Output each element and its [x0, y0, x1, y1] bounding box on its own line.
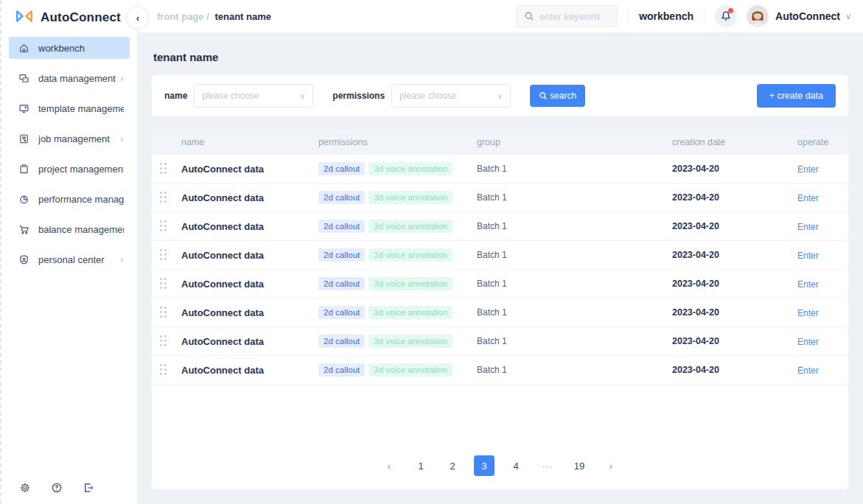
- sidebar-item-label: job management: [38, 133, 117, 144]
- logout-icon[interactable]: [83, 482, 94, 494]
- pagination-page-3[interactable]: 3: [474, 455, 495, 476]
- sidebar-item-balance-management[interactable]: balance management: [9, 218, 130, 240]
- row-group: Batch 1: [477, 221, 672, 231]
- enter-link[interactable]: Enter: [797, 337, 819, 347]
- topbar: ‹ front page / tenant name workbench: [138, 0, 863, 33]
- chevron-down-icon: ∨: [497, 91, 503, 101]
- pagination-prev-button[interactable]: ‹: [379, 455, 399, 476]
- sidebar-item-label: workbench: [38, 43, 124, 54]
- notification-bell-button[interactable]: [715, 5, 737, 27]
- enter-link[interactable]: Enter: [797, 308, 819, 318]
- divider: [704, 9, 705, 24]
- global-search-input[interactable]: [539, 11, 609, 22]
- enter-link[interactable]: Enter: [797, 279, 819, 290]
- name-filter-select[interactable]: please choose ∨: [194, 84, 313, 108]
- row-permissions: 2d callout3d voice annotation: [318, 363, 477, 377]
- workspace-label[interactable]: workbench: [639, 10, 693, 22]
- breadcrumb-parent[interactable]: front page: [157, 11, 204, 22]
- permission-tag-3d-voice-annotation: 3d voice annotation: [368, 277, 453, 290]
- enter-link[interactable]: Enter: [797, 251, 819, 261]
- pagination-page-2[interactable]: 2: [442, 455, 463, 476]
- enter-link[interactable]: Enter: [797, 222, 819, 232]
- sidebar-item-template-management[interactable]: template management: [9, 97, 130, 119]
- drag-handle-icon[interactable]: [152, 335, 181, 347]
- sidebar-item-data-management[interactable]: data management›: [9, 67, 130, 89]
- drag-handle-icon[interactable]: [152, 307, 181, 318]
- drag-handle-icon[interactable]: [152, 249, 181, 261]
- chevron-right-icon: ›: [120, 254, 124, 265]
- sidebar: AutoConnect workbenchdata management›tem…: [1, 0, 138, 504]
- permission-tag-3d-voice-annotation: 3d voice annotation: [368, 248, 453, 262]
- drag-handle-icon[interactable]: [152, 163, 181, 175]
- row-operate: Enter: [797, 191, 848, 204]
- row-permissions: 2d callout3d voice annotation: [318, 162, 477, 175]
- permission-tag-2d-callout: 2d callout: [318, 162, 365, 175]
- permissions-filter-placeholder: please choose: [399, 91, 497, 101]
- user-avatar[interactable]: [747, 5, 769, 27]
- sidebar-item-job-management[interactable]: job management›: [9, 127, 130, 150]
- template-icon: [18, 102, 29, 114]
- row-permissions: 2d callout3d voice annotation: [318, 248, 477, 262]
- sidebar-item-project-management[interactable]: project management: [9, 158, 130, 180]
- row-creation-date: 2023-04-20: [672, 250, 797, 260]
- permission-tag-2d-callout: 2d callout: [318, 248, 365, 262]
- row-operate: Enter: [797, 220, 848, 233]
- drag-handle-icon[interactable]: [152, 220, 181, 232]
- pagination-next-button[interactable]: ›: [601, 455, 621, 476]
- permission-tag-2d-callout: 2d callout: [318, 335, 365, 348]
- app-window: AutoConnect workbenchdata management›tem…: [0, 0, 863, 504]
- logo-row: AutoConnect: [9, 0, 130, 34]
- row-name: AutoConnect data: [181, 164, 318, 175]
- column-header-name: name: [181, 137, 318, 147]
- pagination-page-19[interactable]: 19: [569, 455, 590, 476]
- sidebar-nav: workbenchdata management›template manage…: [9, 37, 130, 270]
- breadcrumb: front page / tenant name: [157, 11, 271, 22]
- drag-handle-icon[interactable]: [152, 192, 181, 203]
- sidebar-footer: [19, 482, 94, 494]
- table-row: AutoConnect data2d callout3d voice annot…: [152, 212, 848, 241]
- topbar-right: workbench: [516, 5, 851, 27]
- name-filter-label: name: [164, 91, 187, 101]
- table-row: AutoConnect data2d callout3d voice annot…: [152, 356, 848, 385]
- pagination-ellipsis: ···: [537, 455, 558, 476]
- sidebar-item-personal-center[interactable]: personal center›: [9, 248, 130, 270]
- sidebar-item-workbench[interactable]: workbench: [9, 37, 130, 59]
- enter-link[interactable]: Enter: [797, 365, 819, 376]
- pagination-page-4[interactable]: 4: [506, 455, 526, 476]
- pagination: ‹1234···19›: [379, 455, 621, 476]
- drag-handle-icon[interactable]: [152, 278, 181, 290]
- pagination-page-1[interactable]: 1: [410, 455, 431, 476]
- job-icon: [18, 133, 29, 144]
- table-body: AutoConnect data2d callout3d voice annot…: [152, 155, 848, 385]
- enter-link[interactable]: Enter: [797, 193, 819, 203]
- column-header-group: group: [477, 137, 672, 147]
- enter-link[interactable]: Enter: [797, 164, 819, 175]
- table-header-row: name permissions group creation date ope…: [152, 130, 848, 155]
- user-name[interactable]: AutoConnect: [775, 10, 840, 22]
- column-header-creation-date: creation date: [672, 137, 797, 147]
- global-search-box[interactable]: [516, 5, 618, 27]
- row-name: AutoConnect data: [181, 365, 318, 376]
- table-row: AutoConnect data2d callout3d voice annot…: [152, 298, 848, 327]
- table-row: AutoConnect data2d callout3d voice annot…: [152, 270, 848, 298]
- search-button[interactable]: search: [530, 85, 585, 107]
- filter-bar: name please choose ∨ permissions please …: [152, 75, 848, 116]
- permissions-filter-select[interactable]: please choose ∨: [391, 84, 511, 108]
- sidebar-item-performance-management[interactable]: performance management: [9, 188, 130, 210]
- notification-badge-dot: [728, 8, 733, 13]
- permission-tag-2d-callout: 2d callout: [318, 277, 365, 290]
- help-icon[interactable]: [51, 482, 63, 494]
- sidebar-item-label: personal center: [38, 254, 117, 265]
- permission-tag-2d-callout: 2d callout: [318, 220, 365, 233]
- settings-gear-icon[interactable]: [19, 482, 31, 494]
- row-creation-date: 2023-04-20: [672, 279, 797, 289]
- chevron-down-icon[interactable]: ∨: [845, 12, 851, 21]
- row-name: AutoConnect data: [181, 250, 318, 261]
- brand-name: AutoConnect: [41, 10, 121, 25]
- drag-handle-icon[interactable]: [152, 364, 181, 376]
- divider: [628, 9, 629, 24]
- data-table: name permissions group creation date ope…: [152, 130, 848, 489]
- name-filter-placeholder: please choose: [202, 91, 299, 101]
- sidebar-collapse-button[interactable]: ‹: [127, 7, 149, 29]
- create-data-button[interactable]: + create data: [757, 84, 836, 108]
